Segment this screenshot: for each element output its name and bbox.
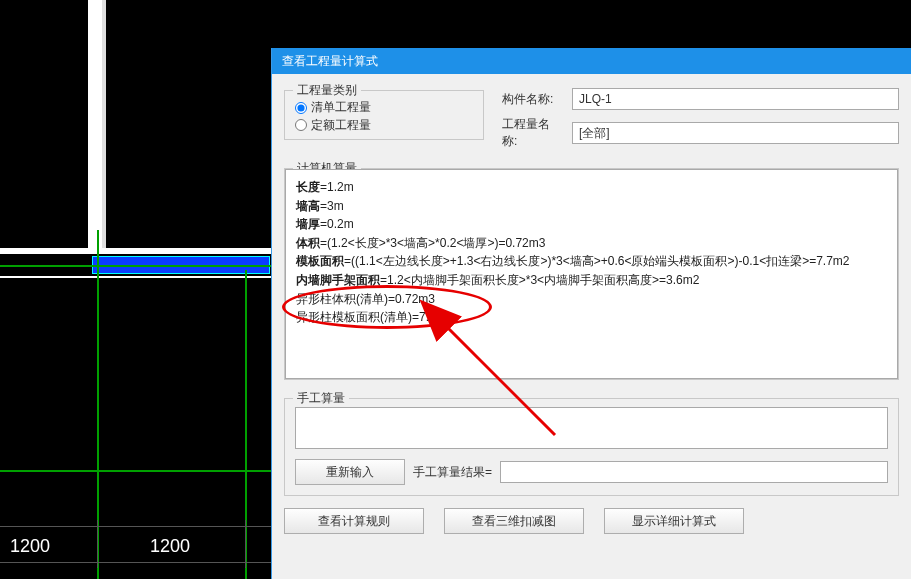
category-legend: 工程量类别 xyxy=(293,82,361,99)
cad-shape xyxy=(102,0,106,248)
qty-name-label: 工程量名称: xyxy=(502,116,564,150)
dialog-titlebar[interactable]: 查看工程量计算式 xyxy=(272,48,911,74)
cad-shape xyxy=(88,0,102,248)
calc-line: 模板面积 xyxy=(296,254,344,268)
computer-calc-group: 计算机算量 长度=1.2m 墙高=3m 墙厚=0.2m 体积=(1.2<长度>*… xyxy=(284,168,899,380)
calc-line-highlight: 异形柱体积(清单)=0.72m3 xyxy=(296,290,887,309)
manual-result-field[interactable] xyxy=(500,461,888,483)
calc-line: 体积 xyxy=(296,236,320,250)
show-detail-button[interactable]: 显示详细计算式 xyxy=(604,508,744,534)
radio-list-input[interactable] xyxy=(295,102,307,114)
manual-calc-legend: 手工算量 xyxy=(293,390,349,407)
calc-line: 长度 xyxy=(296,180,320,194)
radio-quota-label: 定额工程量 xyxy=(311,117,371,134)
radio-list-label: 清单工程量 xyxy=(311,99,371,116)
cad-tick xyxy=(245,520,246,568)
dialog-title: 查看工程量计算式 xyxy=(282,53,378,70)
calc-line-highlight: 异形柱模板面积(清单)=7.7m2 xyxy=(296,308,887,327)
radio-quota-qty[interactable]: 定额工程量 xyxy=(295,117,371,134)
bottom-button-row: 查看计算规则 查看三维扣减图 显示详细计算式 xyxy=(284,508,899,534)
calc-line: 墙厚 xyxy=(296,217,320,231)
calc-line: =0.2m xyxy=(320,217,354,231)
component-name-label: 构件名称: xyxy=(502,91,564,108)
dialog-body: 工程量类别 清单工程量 定额工程量 构件名称: JLQ-1 xyxy=(272,74,911,579)
cad-gridline xyxy=(0,265,272,267)
calc-line: =3m xyxy=(320,199,344,213)
calc-output[interactable]: 长度=1.2m 墙高=3m 墙厚=0.2m 体积=(1.2<长度>*3<墙高>*… xyxy=(285,169,898,379)
app-stage: 1200 1200 1200 1200 1200 1200 查看工程量计算式 工… xyxy=(0,0,911,579)
dim-label: 1200 xyxy=(10,536,50,557)
view-3d-button[interactable]: 查看三维扣减图 xyxy=(444,508,584,534)
view-rules-button[interactable]: 查看计算规则 xyxy=(284,508,424,534)
reinput-button[interactable]: 重新输入 xyxy=(295,459,405,485)
cad-line xyxy=(0,276,272,278)
calc-dialog: 查看工程量计算式 工程量类别 清单工程量 定额工程量 构 xyxy=(271,48,911,579)
manual-result-label: 手工算量结果= xyxy=(413,464,492,481)
dim-label: 1200 xyxy=(150,536,190,557)
calc-line: =1.2m xyxy=(320,180,354,194)
manual-calc-group: 手工算量 重新输入 手工算量结果= xyxy=(284,398,899,496)
calc-line: =(1.2<长度>*3<墙高>*0.2<墙厚>)=0.72m3 xyxy=(320,236,545,250)
calc-line: 内墙脚手架面积 xyxy=(296,273,380,287)
calc-line: =((1.1<左边线长度>+1.3<右边线长度>)*3<墙高>+0.6<原始端头… xyxy=(344,254,850,268)
cad-shape xyxy=(0,248,272,254)
component-name-field[interactable]: JLQ-1 xyxy=(572,88,899,110)
cad-tick xyxy=(97,520,98,568)
qty-name-field[interactable]: [全部] xyxy=(572,122,899,144)
category-group: 工程量类别 清单工程量 定额工程量 xyxy=(284,90,484,140)
radio-quota-input[interactable] xyxy=(295,119,307,131)
calc-line: =1.2<内墙脚手架面积长度>*3<内墙脚手架面积高度>=3.6m2 xyxy=(380,273,699,287)
calc-line: 墙高 xyxy=(296,199,320,213)
radio-list-qty[interactable]: 清单工程量 xyxy=(295,99,371,116)
cad-gridline xyxy=(0,470,272,472)
manual-input[interactable] xyxy=(295,407,888,449)
